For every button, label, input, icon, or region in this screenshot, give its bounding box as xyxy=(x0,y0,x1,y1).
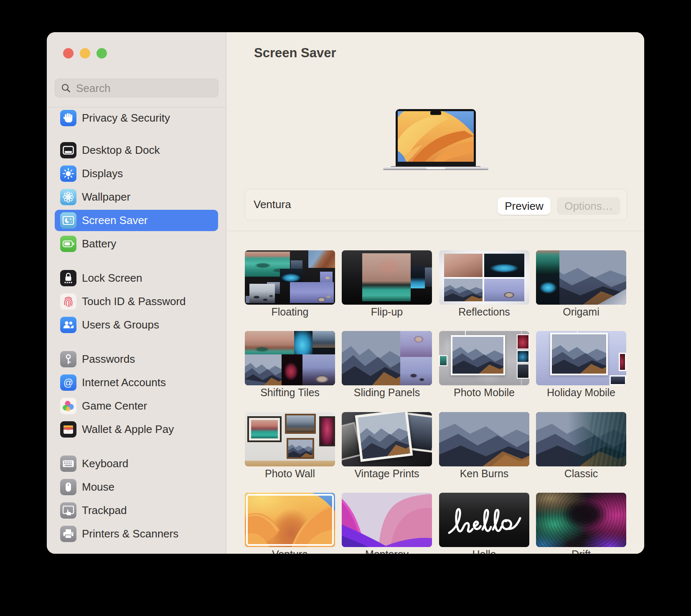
svg-text:@: @ xyxy=(64,377,73,388)
